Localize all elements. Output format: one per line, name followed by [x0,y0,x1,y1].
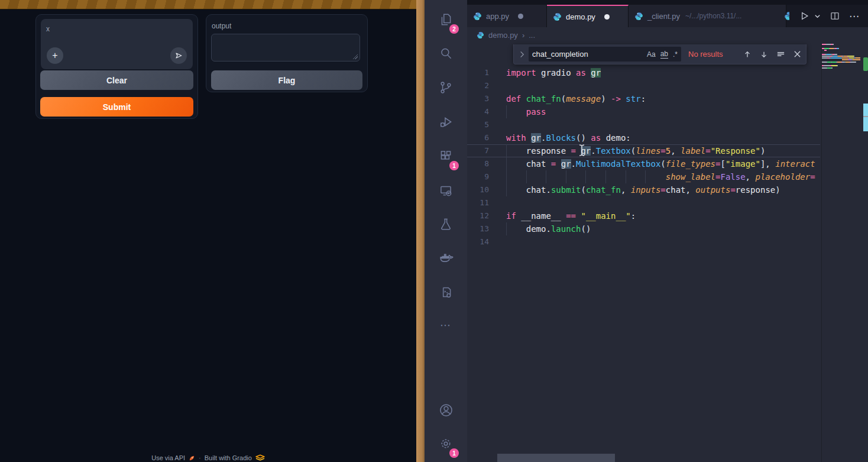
tab-label: app.py [486,12,509,21]
editor-tab-bar: app.py demo.py _client.py ~/ [467,0,868,27]
line-number: 11 [467,196,489,209]
python-icon [553,12,562,21]
minimap-line [822,48,839,49]
output-card: output Flag [206,14,368,92]
source-control-icon[interactable] [425,73,467,102]
breadcrumb: demo.py › ... [467,27,868,43]
code-text: demo.launch() [506,222,591,235]
code-line[interactable]: 3def chat_fn(message) -> str: [467,92,820,105]
minimap[interactable] [822,44,863,79]
find-query-text[interactable]: chat_completion [532,50,642,59]
modified-dot[interactable] [604,14,610,20]
code-text: chat = gr.MultimodalTextbox(file_types=[… [506,157,815,170]
extensions-icon[interactable]: 1 [425,142,467,170]
line-number: 13 [467,222,489,235]
mouse-cursor [578,144,585,157]
vscode-window: 2 1 [425,0,868,462]
explorer-icon[interactable]: 2 [425,5,467,34]
settings-badge: 1 [449,448,459,458]
tab-label: demo.py [566,12,595,21]
code-text: chat.submit(chat_fn, inputs=chat, output… [506,183,780,196]
breadcrumb-more[interactable]: ... [529,31,535,40]
breadcrumb-separator: › [522,31,524,40]
flag-button[interactable]: Flag [211,70,362,90]
split-editor-button[interactable] [830,11,840,21]
code-editor[interactable]: 1import gradio as gr23def chat_fn(messag… [467,43,820,462]
line-number: 10 [467,183,489,196]
whole-word-toggle[interactable]: ab [660,50,668,59]
code-line[interactable]: 11 [467,196,820,209]
code-line[interactable]: 7 response = gr.Textbox(lines=5, label="… [467,144,820,157]
line-number: 14 [467,235,489,248]
minimap-line [822,59,860,60]
multimodal-textbox[interactable]: x + [41,19,193,69]
horizontal-scrollbar[interactable] [497,454,615,462]
code-line[interactable]: 6with gr.Blocks() as demo: [467,131,820,144]
resize-handle[interactable] [352,54,358,59]
minimap-line [822,56,854,57]
settings-gear-icon[interactable]: 1 [425,429,467,458]
next-match-button[interactable] [760,50,768,59]
docker-icon[interactable] [425,244,467,273]
account-icon[interactable] [425,396,467,424]
line-number: 3 [467,92,489,105]
overview-ruler[interactable] [863,0,868,462]
send-button[interactable] [170,47,187,64]
run-python-file-button[interactable] [798,10,810,22]
activity-bar: 2 1 [425,0,467,462]
run-dropdown-chevron-icon[interactable] [814,13,821,20]
find-in-selection-button[interactable] [776,50,785,59]
breadcrumb-file[interactable]: demo.py [488,31,518,40]
code-line[interactable]: 5 [467,118,820,131]
find-widget: chat_completion Aa ab .* No results [513,44,807,64]
built-with-gradio-link[interactable]: Built with Gradio [205,454,252,461]
code-line[interactable]: 12if __name__ == "__main__": [467,209,820,222]
line-number: 7 [467,144,489,157]
gradio-logo-icon [255,454,265,461]
attach-file-button[interactable]: + [47,47,63,64]
tab-client-py[interactable]: _client.py ~/.../python3.11/... [629,5,786,27]
code-line[interactable]: 8 chat = gr.MultimodalTextbox(file_types… [467,157,820,170]
ellipsis-icon: ⋯ [440,319,452,332]
submit-button[interactable]: Submit [40,97,193,117]
explorer-badge: 2 [449,24,459,34]
find-input[interactable]: chat_completion Aa ab .* [529,47,681,62]
clipped-tab-python-icon [784,11,789,21]
match-case-toggle[interactable]: Aa [647,50,656,59]
minimap-line [822,54,837,55]
tab-app-py[interactable]: app.py [467,5,547,27]
line-number: 5 [467,118,489,131]
code-line[interactable]: 9 show_label=False, placeholder= [467,170,820,183]
close-find-button[interactable] [793,50,801,58]
test-beaker-icon[interactable] [425,210,467,238]
gradio-app-panel: x + Clear Submit output Flag Use via API [0,0,416,462]
line-number: 8 [467,157,489,170]
regex-toggle[interactable]: .* [673,50,678,59]
run-debug-icon[interactable] [425,108,467,136]
remote-explorer-icon[interactable] [425,176,467,205]
tab-demo-py[interactable]: demo.py [547,5,629,27]
code-line[interactable]: 10 chat.submit(chat_fn, inputs=chat, out… [467,183,820,196]
modified-dot[interactable] [518,14,523,19]
line-number: 12 [467,209,489,222]
gradio-footer: Use via API · Built with Gradio [0,454,416,461]
more-views-icon[interactable]: ⋯ [425,311,467,340]
code-line[interactable]: 4 pass [467,105,820,118]
more-actions-button[interactable]: ⋯ [849,10,860,22]
minimap-line [822,44,834,45]
use-via-api-link[interactable]: Use via API [151,454,185,461]
code-line[interactable]: 1import gradio as gr [467,66,820,79]
code-line[interactable]: 13 demo.launch() [467,222,820,235]
file-settings-icon[interactable] [425,278,467,306]
code-text: import gradio as gr [506,66,601,79]
line-number: 6 [467,131,489,144]
search-icon[interactable] [425,39,467,67]
plus-icon: + [52,51,57,60]
clear-button[interactable]: Clear [40,70,193,90]
toggle-replace-chevron-icon[interactable] [519,50,525,59]
previous-match-button[interactable] [743,50,752,59]
output-textarea[interactable] [211,34,360,62]
code-line[interactable]: 2 [467,79,820,92]
tab-description: ~/.../python3.11/... [685,12,742,20]
code-line[interactable]: 14 [467,235,820,248]
